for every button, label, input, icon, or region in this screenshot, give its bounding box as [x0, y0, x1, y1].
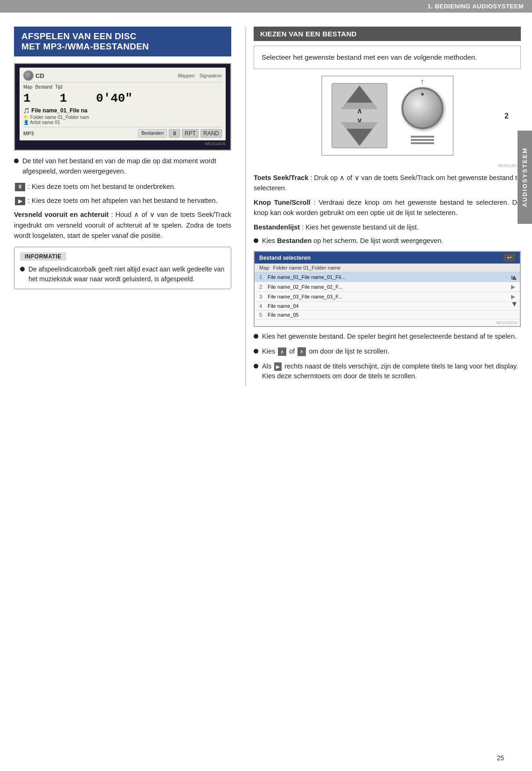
knob-wrapper: ↑ — [401, 87, 443, 129]
versneld-para: Versneld vooruit en achteruit : Houd ∧ o… — [14, 209, 231, 241]
bullet-select-file-text: Kies het gewenste bestand. De speler beg… — [262, 332, 521, 342]
para3-text: : Kies het gewenste bestand uit de lijst… — [302, 223, 419, 231]
cd-tabs: Map Bestand Tijd — [23, 84, 222, 90]
fl-row-2-arrow: ▶ — [511, 284, 515, 290]
signaatron-label: Signaatron — [200, 73, 222, 78]
bullet-dot-3 — [254, 334, 258, 339]
seek-up-area — [341, 89, 378, 105]
fl-row-1-num: 1 — [259, 274, 268, 280]
fl-row-4-name: File name_04 — [268, 303, 515, 309]
fl-back-button[interactable]: ↩ — [504, 254, 515, 262]
knob-circle — [401, 87, 443, 129]
page-header: 1. BEDIENING AUDIOSYSTEEM — [0, 0, 532, 13]
chapter-number: 2 — [504, 112, 509, 120]
seek-panel: ∧ ∨ — [332, 83, 387, 148]
cd-model-id: NE1014DS — [20, 140, 226, 146]
side-line-2 — [411, 139, 434, 141]
cd-controls: Bestanden ⏸ RPT RAND — [138, 129, 222, 138]
knob-indicator — [421, 93, 424, 96]
column-divider — [245, 27, 246, 386]
bullet-dot-2 — [254, 238, 258, 243]
cd-pause-btn[interactable]: ⏸ — [169, 129, 180, 138]
fl-row-4-num: 4 — [259, 303, 268, 309]
cd-time-display: 1 1 0'40" — [23, 91, 132, 105]
para2-title: Knop Tune/Scroll — [254, 199, 311, 206]
bullet-text-1: De titel van het bestand en van de map d… — [22, 156, 231, 177]
cd-mp3-label: MP3 — [23, 131, 34, 136]
fl-row-2[interactable]: 2 File name_02_File name_02_F... ▶ — [255, 282, 520, 292]
pause-info: II : Kies deze toets om het bestand te o… — [14, 181, 231, 192]
bullet-scroll-text: Kies ∧ of ∨ om door de lijst te scrollen… — [262, 347, 521, 357]
play-info: ▶ : Kies deze toets om het afspelen van … — [14, 195, 231, 206]
cd-time-row: 1 1 0'40" — [23, 91, 222, 105]
fl-row-5-num: 5 — [259, 312, 268, 318]
left-section-title: AFSPELEN VAN EEN DISC MET MP3-/WMA-BESTA… — [14, 27, 231, 56]
file-list-screenshot: Bestand selecteren ↩ Map Folder name 01_… — [254, 251, 521, 327]
bullet-scroll: Kies ∧ of ∨ om door de lijst te scrollen… — [254, 347, 521, 357]
bullet-item-1: De titel van het bestand en van de map d… — [14, 156, 231, 177]
arrow-up-icon: ∧ — [278, 347, 286, 356]
bullet-dot-4 — [254, 349, 258, 354]
fl-file-list: ▲ 1 File name_01_File name_01_Fil... ▶ 2… — [255, 272, 520, 320]
left-column: AFSPELEN VAN EEN DISC MET MP3-/WMA-BESTA… — [14, 27, 242, 386]
fl-row-3-arrow: ▶ — [511, 293, 515, 300]
cd-top-right: Mappen Signaatron — [178, 73, 222, 78]
diagram-area: ∧ ∨ ↑ — [254, 76, 521, 156]
play-icon: ▶ — [15, 197, 25, 205]
cd-player-screenshot: CD Mappen Signaatron Map Bestand Tijd 1 … — [14, 63, 231, 151]
fl-scroll-down-icon[interactable]: ▼ — [511, 300, 518, 308]
tab-bestand: Bestand — [35, 84, 52, 90]
cd-top-bar: CD Mappen Signaatron — [23, 70, 222, 83]
pause-icon: II — [15, 183, 25, 191]
fl-row-5-name: File name_05 — [268, 312, 515, 318]
bullet-select-file: Kies het gewenste bestand. De speler beg… — [254, 332, 521, 342]
fl-model-id: NE1012DS — [255, 320, 520, 326]
right-section-title: KIEZEN VAN EEN BESTAND — [254, 27, 521, 41]
fl-row-1[interactable]: 1 File name_01_File name_01_Fil... ▶ — [255, 272, 520, 282]
fl-row-2-num: 2 — [259, 284, 268, 290]
fl-scroll-up-icon[interactable]: ▲ — [511, 273, 518, 282]
fl-row-2-name: File name_02_File name_02_F... — [268, 284, 511, 290]
para1-title: Toets Seek/Track — [254, 174, 308, 181]
fl-row-3-num: 3 — [259, 294, 268, 299]
intro-text-box: Selecteer het gewenste bestand met een v… — [254, 46, 521, 69]
pause-text: : Kies deze toets om het bestand te onde… — [28, 183, 176, 190]
cd-logo-text: CD — [35, 72, 44, 79]
info-bullet-text: De afspeelindicatorbalk geeft niet altij… — [28, 264, 225, 284]
tab-map: Map — [23, 84, 32, 90]
arrow-right-icon: ▶ — [274, 362, 282, 371]
fl-title-bar: Bestand selecteren ↩ — [255, 252, 520, 264]
diagram-frame: ∧ ∨ ↑ — [321, 76, 454, 156]
fl-map-label: Map — [259, 265, 269, 271]
cd-logo: CD — [23, 70, 44, 81]
cd-rand-btn[interactable]: RAND — [200, 129, 222, 138]
right-column: KIEZEN VAN EEN BESTAND Selecteer het gew… — [249, 27, 521, 386]
info-box-title: INFORMATIE — [20, 252, 66, 261]
cd-bottom-bar: MP3 Bestanden ⏸ RPT RAND — [23, 127, 222, 138]
fl-folder-label: Folder name 01_Folder name — [273, 265, 340, 271]
main-content: AFSPELEN VAN EEN DISC MET MP3-/WMA-BESTA… — [0, 13, 532, 400]
intro-text: Selecteer het gewenste bestand met een v… — [262, 53, 477, 61]
bullet-bestanden-text: Kies Bestanden op het scherm. De lijst w… — [262, 236, 521, 246]
cd-rpt-btn[interactable]: RPT — [182, 129, 199, 138]
cd-bestanden-btn[interactable]: Bestanden — [138, 129, 167, 138]
tab-tijd: Tijd — [55, 84, 62, 90]
bullet-dot-5 — [254, 364, 258, 368]
fl-title: Bestand selecteren — [259, 255, 311, 261]
info-box: INFORMATIE De afspeelindicatorbalk geeft… — [14, 247, 231, 289]
cd-player-inner: CD Mappen Signaatron Map Bestand Tijd 1 … — [20, 68, 226, 140]
cd-artist: 👤 Artist name 01 — [23, 120, 222, 125]
fl-row-5[interactable]: 5 File name_05 — [255, 311, 520, 320]
cd-disc-icon — [23, 70, 34, 81]
header-title: 1. BEDIENING AUDIOSYSTEEM — [428, 3, 524, 10]
side-tab-label: AUDIOSYSTEEM — [521, 147, 528, 207]
info-bullet-dot — [20, 267, 25, 271]
play-text: : Kies deze toets om het afspelen van he… — [28, 197, 217, 204]
fl-row-4[interactable]: 4 File name_04 — [255, 302, 520, 311]
fl-row-3-name: File name_03_File name_03_F... — [268, 294, 511, 299]
fl-row-3[interactable]: 3 File name_03_File name_03_F... ▶ — [255, 292, 520, 302]
bullet-dot-1 — [14, 159, 19, 163]
fl-row-1-name: File name_01_File name_01_Fil... — [268, 274, 511, 280]
versneld-title: Versneld vooruit en achteruit — [14, 211, 109, 218]
bullet-scroll-title: Als ▶ rechts naast de titels verschijnt,… — [254, 361, 521, 382]
